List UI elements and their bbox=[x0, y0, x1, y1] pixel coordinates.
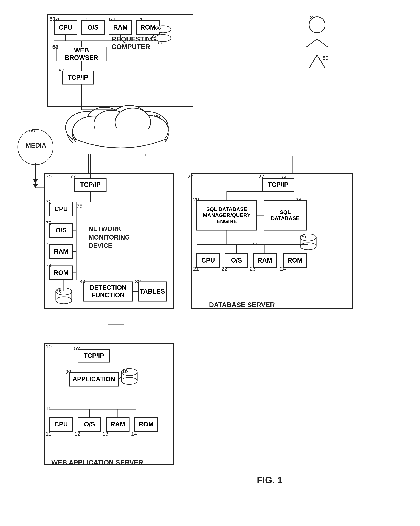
nmd-id-73: 73 bbox=[46, 241, 51, 247]
nmd-tcpip-box: TCP/IP bbox=[74, 178, 106, 191]
db-id-29: 29 bbox=[193, 197, 199, 203]
svg-line-111 bbox=[309, 55, 317, 68]
rc-id-66: 66 bbox=[155, 25, 161, 31]
rc-cpu-box: CPU bbox=[54, 20, 77, 35]
svg-point-51 bbox=[56, 297, 72, 304]
svg-line-109 bbox=[306, 39, 317, 47]
rc-browser-box: WEB BROWSER bbox=[57, 47, 106, 61]
db-id-28b: 28 bbox=[260, 197, 301, 203]
person-id-59: 59 bbox=[322, 55, 328, 61]
rc-ram-box: RAM bbox=[109, 20, 132, 35]
svg-point-94 bbox=[121, 377, 137, 384]
db-id-23: 23 bbox=[250, 266, 256, 272]
nmd-id-72: 72 bbox=[46, 220, 51, 226]
rc-os-box: O/S bbox=[81, 20, 105, 35]
media-label: MEDIA bbox=[26, 142, 46, 149]
rc-id-63: 63 bbox=[109, 16, 115, 22]
nmd-id-74: 74 bbox=[46, 263, 51, 269]
db-rom-box: ROM bbox=[283, 253, 306, 268]
nmd-cpu-box: CPU bbox=[50, 202, 73, 216]
svg-line-95 bbox=[119, 376, 121, 379]
db-ram-box: RAM bbox=[253, 253, 276, 268]
rc-id-67: 67 bbox=[59, 68, 64, 74]
was-tcpip-box: TCP/IP bbox=[78, 349, 110, 362]
was-os-box: O/S bbox=[78, 417, 101, 431]
nmd-id-32: 32 bbox=[135, 279, 141, 284]
nmd-rom-box: ROM bbox=[50, 266, 73, 280]
rc-id-68: 68 bbox=[52, 44, 58, 50]
was-app-box: APPLICATION bbox=[69, 372, 119, 386]
media-id-50: 50 bbox=[29, 128, 35, 134]
was-id-39: 39 bbox=[65, 369, 71, 375]
nmd-id-76: 76 bbox=[56, 288, 62, 294]
nmd-tables-box: TABLES bbox=[138, 282, 167, 301]
fig-label: FIG. 1 bbox=[257, 475, 282, 486]
requesting-computer-label: REQUESTINGCOMPUTER bbox=[112, 35, 156, 51]
db-id-24: 24 bbox=[280, 266, 286, 272]
nmd-id-70: 70 bbox=[46, 174, 51, 180]
was-id-16: 16 bbox=[122, 368, 128, 374]
nmd-detection-box: DETECTIONFUNCTION bbox=[83, 282, 133, 301]
db-id-22: 22 bbox=[221, 266, 227, 272]
db-sql-manager-box: SQL DATABASEMANAGER/QUERYENGINE bbox=[197, 200, 257, 230]
nmd-id-71: 71 bbox=[46, 199, 51, 205]
rc-tcpip-box: TCP/IP bbox=[62, 71, 94, 84]
db-cpu-box: CPU bbox=[197, 253, 220, 268]
db-id-25: 25 bbox=[251, 240, 257, 246]
was-ram-box: RAM bbox=[106, 417, 129, 431]
nmd-id-30: 30 bbox=[79, 279, 85, 284]
db-id-26: 26 bbox=[300, 233, 306, 240]
db-server-label: DATABASE SERVER bbox=[209, 301, 275, 309]
svg-marker-114 bbox=[33, 179, 38, 183]
was-label: WEB APPLICATION SERVER bbox=[51, 459, 143, 466]
rc-id-64: 64 bbox=[136, 16, 142, 22]
db-id-28: 28 bbox=[260, 174, 286, 181]
svg-point-77 bbox=[300, 243, 316, 250]
nmd-os-box: O/S bbox=[50, 223, 73, 237]
svg-line-110 bbox=[317, 39, 328, 47]
was-id-15: 15 bbox=[46, 405, 51, 411]
db-os-box: O/S bbox=[225, 253, 248, 268]
rc-id-62: 62 bbox=[81, 16, 87, 22]
was-rom-box: ROM bbox=[135, 417, 158, 431]
person-id-8: 8 bbox=[310, 15, 313, 20]
rc-id-61: 61 bbox=[54, 16, 60, 22]
db-id-20: 20 bbox=[187, 174, 193, 180]
person-figure bbox=[301, 16, 333, 74]
was-id-52: 52 bbox=[74, 345, 80, 352]
rc-id-65: 65 bbox=[158, 39, 163, 45]
was-id-12: 12 bbox=[74, 431, 80, 437]
was-id-14: 14 bbox=[131, 431, 137, 437]
was-id-13: 13 bbox=[102, 431, 108, 437]
svg-rect-63 bbox=[191, 174, 352, 308]
svg-rect-120 bbox=[76, 129, 165, 154]
nmd-ram-box: RAM bbox=[50, 244, 73, 259]
db-sql-db-box: SQLDATABASE bbox=[264, 200, 306, 230]
nmd-id-75: 75 bbox=[77, 203, 82, 209]
was-id-10: 10 bbox=[46, 344, 51, 350]
db-id-21: 21 bbox=[193, 266, 199, 272]
was-id-11: 11 bbox=[46, 431, 51, 437]
nmd-id-77: 77 bbox=[70, 174, 76, 180]
nmd-label: NETWORKMONITORINGDEVICE bbox=[89, 225, 130, 250]
was-cpu-box: CPU bbox=[50, 417, 73, 431]
